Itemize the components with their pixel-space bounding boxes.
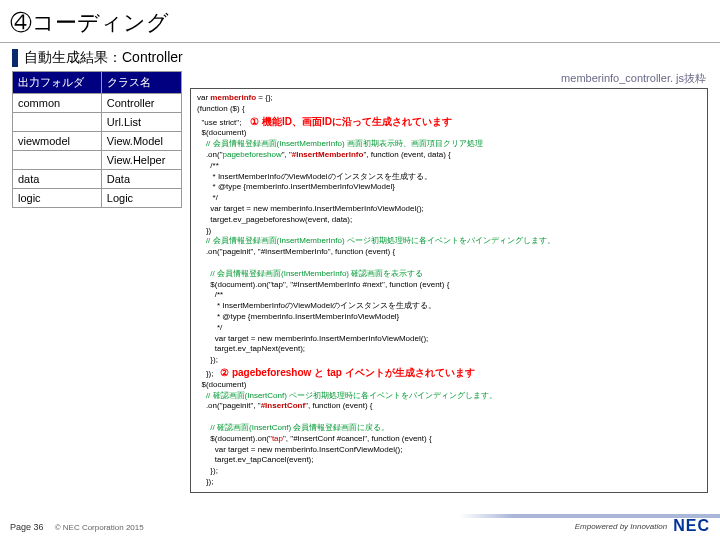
- table-row: data Data: [13, 170, 182, 189]
- code-line: $(document): [197, 380, 246, 389]
- code-line: });: [197, 355, 218, 364]
- code-line: }): [197, 226, 211, 235]
- tagline: Empowered by Innovation: [575, 522, 668, 531]
- cell-class: Controller: [101, 94, 181, 113]
- code-line: */: [197, 193, 218, 202]
- code-comment: // 確認画面(InsertConf) 会員情報登録画面に戻る。: [197, 423, 389, 432]
- cell-folder: viewmodel: [13, 132, 102, 151]
- code-line: });: [197, 477, 213, 486]
- right-column: memberinfo_controller. js抜粋 var memberin…: [190, 71, 708, 493]
- code-line: /**: [197, 161, 219, 170]
- table-row: Url.List: [13, 113, 182, 132]
- accent-bar: [12, 49, 18, 67]
- code-line: });: [197, 466, 218, 475]
- annotation-1: ① 機能ID、画面IDに沿って生成されています: [250, 116, 452, 127]
- code-line: var memberinfo = {};: [197, 93, 273, 102]
- cell-folder: logic: [13, 189, 102, 208]
- code-line: target.ev_tapNext(event);: [197, 344, 305, 353]
- table-row: common Controller: [13, 94, 182, 113]
- cell-class: Logic: [101, 189, 181, 208]
- code-line: * @type {memberinfo.InsertMemberInfoView…: [197, 312, 399, 321]
- cell-folder: data: [13, 170, 102, 189]
- code-listing: var memberinfo = {}; (function ($) { "us…: [190, 88, 708, 493]
- code-line: var target = new memberinfo.InsertMember…: [197, 334, 428, 343]
- code-line: $(document).on("tap", "#InsertConf #canc…: [197, 434, 432, 443]
- cell-folder: common: [13, 94, 102, 113]
- code-comment: // 会員情報登録画面(InsertMemberInfo) 確認画面を表示する: [197, 269, 423, 278]
- th-folder: 出力フォルダ: [13, 72, 102, 94]
- cell-class: Data: [101, 170, 181, 189]
- table-header-row: 出力フォルダ クラス名: [13, 72, 182, 94]
- code-comment: // 会員情報登録画面(InsertMemberInfo) ページ初期処理時に各…: [197, 236, 555, 245]
- footer-brand: Empowered by Innovation NEC: [575, 517, 710, 535]
- code-line: .on("pageinit", "#InsertConf", function …: [197, 401, 372, 410]
- code-line: /**: [197, 290, 223, 299]
- th-classname: クラス名: [101, 72, 181, 94]
- code-comment: // 確認画面(InsertConf) ページ初期処理時に各イベントをバインディ…: [197, 391, 497, 400]
- code-line: .on("pagebeforeshow", "#InsertMemberInfo…: [197, 150, 451, 159]
- footer: Page 36 © NEC Corporation 2015 Empowered…: [0, 512, 720, 540]
- code-line: * InsertMemberInfoのViewModelのインスタンスを生成する…: [197, 301, 436, 310]
- cell-class: View.Helper: [101, 151, 181, 170]
- cell-class: View.Model: [101, 132, 181, 151]
- content-area: 出力フォルダ クラス名 common Controller Url.List v…: [0, 71, 720, 493]
- nec-logo: NEC: [673, 517, 710, 535]
- code-line: */: [197, 323, 222, 332]
- slide: ④コーディング 自動生成結果：Controller 出力フォルダ クラス名 co…: [0, 0, 720, 540]
- code-line: * @type {memberinfo.InsertMemberInfoView…: [197, 182, 395, 191]
- left-column: 出力フォルダ クラス名 common Controller Url.List v…: [12, 71, 182, 493]
- table-row: logic Logic: [13, 189, 182, 208]
- code-line: * InsertMemberInfoのViewModelのインスタンスを生成する…: [197, 172, 432, 181]
- code-line: }); ② pagebeforeshow と tap イベントが生成されています: [197, 369, 475, 378]
- code-line: target.ev_pagebeforeshow(event, data);: [197, 215, 352, 224]
- table-row: viewmodel View.Model: [13, 132, 182, 151]
- cell-folder: [13, 151, 102, 170]
- code-line: var target = new memberinfo.InsertMember…: [197, 204, 424, 213]
- code-line: "use strict"; ① 機能ID、画面IDに沿って生成されています: [197, 118, 452, 127]
- code-line: (function ($) {: [197, 104, 245, 113]
- subtitle: 自動生成結果：Controller: [24, 49, 183, 67]
- footer-left: Page 36 © NEC Corporation 2015: [10, 521, 144, 532]
- annotation-2: ② pagebeforeshow と tap イベントが生成されています: [220, 367, 475, 378]
- cell-class: Url.List: [101, 113, 181, 132]
- class-table: 出力フォルダ クラス名 common Controller Url.List v…: [12, 71, 182, 208]
- subtitle-row: 自動生成結果：Controller: [0, 43, 720, 71]
- table-row: View.Helper: [13, 151, 182, 170]
- code-line: target.ev_tapCancel(event);: [197, 455, 314, 464]
- page-title: ④コーディング: [0, 0, 720, 43]
- code-comment: // 会員情報登録画面(InsertMemberInfo) 画面初期表示時、画面…: [197, 139, 483, 148]
- page-number: Page 36: [10, 522, 44, 532]
- cell-folder: [13, 113, 102, 132]
- code-line: .on("pageinit", "#InsertMemberInfo", fun…: [197, 247, 395, 256]
- code-caption: memberinfo_controller. js抜粋: [190, 71, 708, 86]
- code-line: $(document).on("tap", "#InsertMemberInfo…: [197, 280, 449, 289]
- code-line: var target = new memberinfo.InsertConfVi…: [197, 445, 403, 454]
- code-line: $(document): [197, 128, 246, 137]
- copyright: © NEC Corporation 2015: [55, 523, 144, 532]
